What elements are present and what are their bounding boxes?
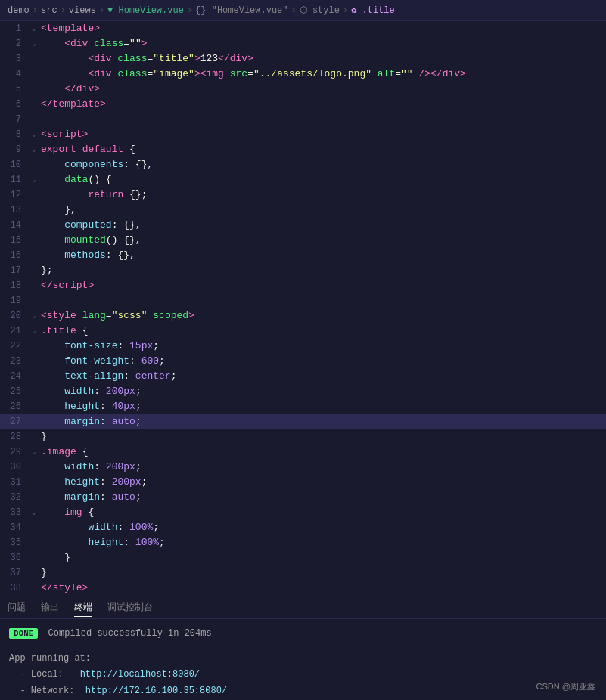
panel-tabs: 问题 输出 终端 调试控制台 [0, 596, 606, 619]
code-line-highlighted: 27 margin: auto; [0, 414, 606, 429]
code-line: 18 </script> [0, 278, 606, 293]
sep6: › [343, 5, 348, 16]
local-label: - Local: [9, 669, 64, 680]
app-running-label: App running at: [9, 653, 91, 664]
network-label: - Network: [9, 686, 74, 696]
code-line: 20 ⌄ <style lang="scss" scoped> [0, 308, 606, 324]
code-line: 32 margin: auto; [0, 490, 606, 505]
code-line: 29 ⌄ .image { [0, 444, 606, 460]
code-line: 12 return {}; [0, 187, 606, 203]
code-line: 15 mounted() {}, [0, 233, 606, 248]
sep2: › [61, 5, 66, 16]
breadcrumb-style[interactable]: ⬡ style [300, 5, 340, 16]
code-line: 33 ⌄ img { [0, 505, 606, 520]
code-line: 8 ⌄ <script> [0, 127, 606, 142]
code-line: 3 <div class="title">123</div> [0, 51, 606, 67]
tab-problems[interactable]: 问题 [8, 599, 26, 615]
code-line: 5 </div> [0, 82, 606, 97]
code-line: 16 methods: {}, [0, 248, 606, 263]
code-line: 26 height: 40px; [0, 399, 606, 414]
code-line: 34 width: 100%; [0, 520, 606, 535]
code-line: 36 } [0, 550, 606, 565]
terminal-local: - Local: http://localhost:8080/ [9, 667, 597, 682]
breadcrumb-views[interactable]: views [69, 5, 96, 16]
sep4: › [187, 5, 192, 16]
code-line: 28 } [0, 429, 606, 444]
code-line: 10 components: {}, [0, 157, 606, 172]
code-line: 7 [0, 112, 606, 127]
breadcrumb-src[interactable]: src [41, 5, 57, 16]
local-url[interactable]: http://localhost:8080/ [80, 669, 200, 680]
code-line: 11 ⌄ data() { [0, 172, 606, 187]
done-badge: DONE [9, 628, 38, 639]
code-line: 38 </style> [0, 581, 606, 596]
terminal-app-running: App running at: [9, 652, 597, 666]
breadcrumb: demo › src › views › ▼ HomeView.vue › {}… [0, 0, 606, 21]
code-editor[interactable]: 1 ⌄ <template> 2 ⌄ <div class=""> 3 <div… [0, 21, 606, 596]
code-line: 30 width: 200px; [0, 460, 606, 475]
code-line: 24 text-align: center; [0, 369, 606, 384]
code-line: 14 computed: {}, [0, 218, 606, 233]
code-line: 21 ⌄ .title { [0, 324, 606, 339]
code-line: 2 ⌄ <div class=""> [0, 36, 606, 51]
code-line: 31 height: 200px; [0, 475, 606, 490]
code-line: 19 [0, 293, 606, 308]
code-line: 1 ⌄ <template> [0, 21, 606, 36]
network-url[interactable]: http://172.16.100.35:8080/ [85, 686, 227, 696]
terminal-network: - Network: http://172.16.100.35:8080/ [9, 684, 597, 698]
code-line: 4 <div class="image"><img src="../assets… [0, 67, 606, 82]
code-line: 37 } [0, 565, 606, 581]
tab-terminal[interactable]: 终端 [74, 599, 92, 615]
watermark: CSDN @周亚鑫 [536, 681, 595, 692]
breadcrumb-homeview[interactable]: ▼ HomeView.vue [107, 5, 184, 16]
terminal-output: DONE Compiled successfully in 204ms App … [0, 619, 606, 700]
code-line: 25 width: 200px; [0, 384, 606, 399]
code-content: 1 ⌄ <template> 2 ⌄ <div class=""> 3 <div… [0, 21, 606, 596]
breadcrumb-demo[interactable]: demo [8, 5, 30, 16]
tab-output[interactable]: 输出 [41, 599, 59, 615]
breadcrumb-title[interactable]: ✿ .title [351, 5, 395, 16]
terminal-compiled-line: DONE Compiled successfully in 204ms [9, 627, 597, 641]
tab-debug[interactable]: 调试控制台 [107, 599, 153, 615]
sep3: › [99, 5, 104, 16]
code-line: 13 }, [0, 203, 606, 218]
code-line: 23 font-weight: 600; [0, 354, 606, 369]
sep1: › [33, 5, 38, 16]
breadcrumb-obj[interactable]: {} "HomeView.vue" [195, 5, 287, 16]
code-line: 22 font-size: 15px; [0, 339, 606, 354]
code-line: 6 </template> [0, 97, 606, 112]
compiled-message: Compiled successfully in 204ms [48, 628, 212, 639]
code-line: 35 height: 100%; [0, 535, 606, 550]
sep5: › [291, 5, 297, 16]
code-line: 9 ⌄ export default { [0, 142, 606, 157]
code-line: 17 }; [0, 263, 606, 278]
bottom-panel: 问题 输出 终端 调试控制台 DONE Compiled successfull… [0, 596, 606, 700]
